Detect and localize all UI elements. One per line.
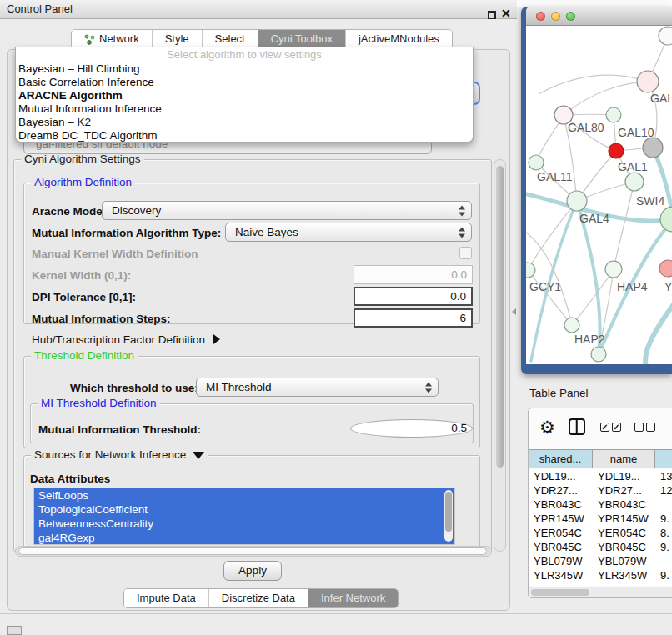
combo-stepper-icon (425, 382, 432, 392)
minimize-traffic-light-icon[interactable] (551, 12, 560, 21)
bottom-left-button[interactable] (7, 626, 22, 635)
network-node-gcy1[interactable] (526, 262, 535, 278)
tab-discretize-data[interactable]: Discretize Data (208, 589, 308, 608)
which-threshold-label: Which threshold to use: (70, 382, 198, 394)
aracne-mode-combo[interactable]: Discovery (102, 201, 472, 220)
table-row[interactable]: YIL052CYIL052C9. (529, 582, 672, 586)
settings-horizontal-scrollbar-thumb[interactable] (18, 548, 487, 555)
table-row[interactable]: YPR145WYPR145W9. (529, 512, 672, 526)
dpi-tolerance-field[interactable]: 0.0 (354, 287, 473, 306)
node-label: Y (664, 280, 672, 293)
algorithm-option[interactable]: Mutual Information Inference (16, 102, 473, 116)
sources-title[interactable]: Sources for Network Inference (31, 448, 208, 462)
table-horizontal-scrollbar[interactable] (529, 587, 672, 597)
column-header-name[interactable]: name (593, 450, 655, 468)
network-node[interactable] (659, 27, 672, 45)
network-graph: GAL GAL80 GAL10 GAL1 GAL11 SWI4 GAL4 GCY… (526, 26, 672, 364)
attributes-scrollbar[interactable] (444, 490, 453, 542)
split-columns-icon[interactable] (569, 418, 585, 435)
unchecked-checkbox-icon[interactable] (646, 422, 655, 432)
table-row[interactable]: YBL079WYBL079W (529, 554, 672, 568)
table-horizontal-scrollbar-thumb[interactable] (531, 589, 589, 596)
network-node-pink[interactable] (659, 260, 672, 277)
table-rows: YDL19...YDL19...13 YDR27...YDR27...12 YB… (529, 469, 672, 586)
network-node-hap2[interactable] (564, 318, 579, 332)
tab-jactivemnodules[interactable]: jActiveMNodules (345, 30, 452, 48)
network-node-gray[interactable] (643, 138, 663, 158)
network-node-gal1-selected[interactable] (609, 143, 624, 158)
control-panel-title: Control Panel (7, 2, 73, 15)
which-threshold-combo[interactable]: MI Threshold (196, 378, 439, 397)
network-view-window: GAL GAL80 GAL10 GAL1 GAL11 SWI4 GAL4 GCY… (521, 7, 672, 374)
cell: 9. (655, 568, 672, 582)
tab-style[interactable]: Style (152, 30, 202, 48)
network-node-gal4[interactable] (567, 191, 587, 211)
float-window-icon[interactable] (488, 11, 496, 19)
hub-definition-toggle[interactable]: Hub/Transcription Factor Definition (32, 333, 220, 346)
tab-network[interactable]: Network (72, 30, 152, 48)
gear-icon[interactable]: ⚙ (539, 418, 555, 436)
network-window-titlebar[interactable] (526, 7, 672, 26)
network-node-gal10[interactable] (606, 108, 621, 122)
zoom-traffic-light-icon[interactable] (566, 12, 575, 21)
checked-checkbox-icon[interactable]: ✓ (612, 422, 621, 432)
which-threshold-value: MI Threshold (206, 381, 272, 393)
cell: 13 (655, 469, 672, 483)
close-icon[interactable]: ✕ (501, 7, 511, 20)
cell: 9. (655, 582, 672, 586)
mi-type-combo[interactable]: Naive Bayes (225, 222, 472, 242)
hub-definition-label: Hub/Transcription Factor Definition (32, 333, 205, 346)
attribute-item[interactable]: TopologicalCoefficient (34, 502, 454, 517)
network-node-swi4[interactable] (625, 172, 644, 191)
cell: YER054C (529, 526, 593, 540)
mi-steps-field[interactable]: 6 (354, 308, 473, 328)
mi-threshold-field[interactable]: 0.5 (350, 419, 473, 438)
tab-jactivemnodules-label: jActiveMNodules (359, 30, 439, 48)
algorithm-option[interactable]: Bayesian – Hill Climbing (16, 62, 473, 76)
network-node[interactable] (660, 207, 672, 232)
node-label: GAL4 (579, 212, 609, 225)
network-node-gal11[interactable] (529, 155, 544, 170)
split-pane-handle-icon[interactable] (512, 308, 516, 315)
tab-infer-network[interactable]: Infer Network (308, 589, 398, 608)
attribute-item[interactable]: BetweennessCentrality (34, 517, 454, 531)
tab-impute-data[interactable]: Impute Data (124, 589, 208, 608)
chevron-down-icon (193, 452, 204, 459)
column-header-shared[interactable]: shared... (529, 450, 593, 468)
apply-button[interactable]: Apply (223, 561, 282, 581)
cell: YBL079W (529, 554, 593, 568)
settings-vertical-scrollbar-thumb[interactable] (496, 166, 504, 468)
combo-stepper-icon (459, 227, 465, 238)
network-node[interactable] (637, 71, 659, 92)
unchecked-checkbox-icon[interactable] (634, 422, 644, 432)
algorithm-option[interactable]: Basic Correlation Inference (16, 76, 473, 89)
algorithm-option[interactable]: Bayesian – K2 (16, 116, 473, 129)
cell: YIL052C (593, 582, 655, 586)
network-canvas[interactable]: GAL GAL80 GAL10 GAL1 GAL11 SWI4 GAL4 GCY… (526, 26, 672, 364)
settings-horizontal-scrollbar[interactable] (15, 546, 492, 557)
manual-kernel-checkbox[interactable] (459, 247, 472, 259)
checked-checkbox-icon[interactable]: ✓ (600, 422, 609, 432)
table-row[interactable]: YDR27...YDR27...12 (529, 483, 672, 498)
algorithm-option-selected[interactable]: ARACNE Algorithm (16, 89, 473, 102)
table-row[interactable]: YBR045CYBR045C9. (529, 540, 672, 554)
attributes-scrollbar-thumb[interactable] (445, 492, 452, 532)
node-label: GAL11 (537, 170, 573, 183)
algorithm-option[interactable]: Dream8 DC_TDC Algorithm (16, 129, 473, 142)
tab-cyni-toolbox[interactable]: Cyni Toolbox (258, 30, 345, 48)
table-row[interactable]: YLR345WYLR345W9. (529, 568, 672, 582)
tab-select[interactable]: Select (202, 30, 258, 48)
settings-vertical-scrollbar[interactable] (494, 159, 506, 552)
column-header-partial[interactable] (655, 450, 672, 468)
kernel-width-field[interactable]: 0.0 (354, 265, 473, 284)
attribute-item[interactable]: gal4RGexp (34, 531, 454, 545)
close-traffic-light-icon[interactable] (536, 12, 545, 21)
data-attributes-list[interactable]: SelfLoops TopologicalCoefficient Between… (33, 488, 455, 545)
network-node[interactable] (591, 347, 606, 362)
table-row[interactable]: YER054CYER054C8. (529, 526, 672, 540)
network-node-hap4[interactable] (605, 261, 622, 278)
table-row[interactable]: YBR043CYBR043C (529, 498, 672, 512)
attribute-item[interactable]: SelfLoops (34, 488, 454, 502)
algorithm-placeholder: Select algorithm to view settings (16, 48, 473, 62)
table-row[interactable]: YDL19...YDL19...13 (529, 469, 672, 483)
